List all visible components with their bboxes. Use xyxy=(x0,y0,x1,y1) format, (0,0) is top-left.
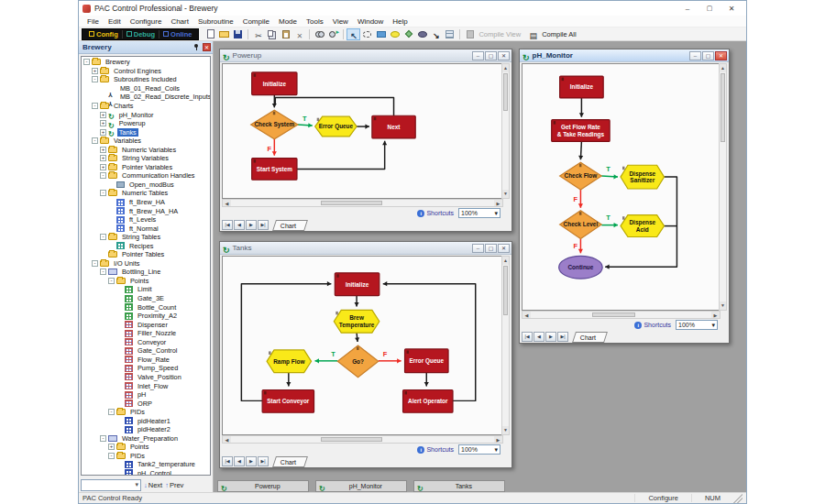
tree-item-subroutines-included[interactable]: -Subroutines Included xyxy=(82,75,210,84)
zoom-select[interactable]: 100%▾ xyxy=(458,444,500,455)
tree-item-pidheater2[interactable]: pidHeater2 xyxy=(82,425,210,434)
menu-window[interactable]: Window xyxy=(353,17,388,26)
tree-item-communication-handles[interactable]: -Communication Handles xyxy=(82,171,210,181)
menu-chart[interactable]: Chart xyxy=(166,17,193,26)
compile-all-button[interactable] xyxy=(526,28,540,40)
horizontal-scrollbar[interactable]: ◀▶ xyxy=(522,311,720,319)
menu-configure[interactable]: Configure xyxy=(126,17,167,26)
nav-first-button[interactable]: |◀ xyxy=(222,220,233,230)
window-minimize-button[interactable]: – xyxy=(689,51,701,60)
open-tool-button[interactable] xyxy=(217,28,231,40)
flow-node-check-level[interactable]: Check Level xyxy=(560,211,602,239)
taskbar-button-tanks[interactable]: Tanks xyxy=(413,480,505,492)
delete-tool-button[interactable] xyxy=(292,28,306,40)
flowchart-canvas[interactable]: TFInitializeCheck SystemError QueueNextS… xyxy=(222,63,503,199)
tree-item-ft-normal[interactable]: ft_Normal xyxy=(82,224,210,233)
scroll-up-icon[interactable]: ▲ xyxy=(502,257,509,265)
flow-node-get-flow-rate-take-readings[interactable]: Get Flow Rate& Take Readings xyxy=(552,120,610,142)
condition-tool-button[interactable] xyxy=(388,28,402,40)
scroll-left-icon[interactable]: ◀ xyxy=(522,312,531,318)
scroll-left-icon[interactable]: ◀ xyxy=(223,200,231,206)
scroll-left-icon[interactable]: ◀ xyxy=(223,436,231,443)
tree-item-tanks[interactable]: +Tanks xyxy=(82,127,210,137)
nav-first-button[interactable]: |◀ xyxy=(522,332,533,342)
flow-node-dispense-acid[interactable]: DispenseAcid xyxy=(621,215,665,237)
find-next-button[interactable]: ↓ Next xyxy=(144,481,162,489)
collapse-minus-icon[interactable]: - xyxy=(108,278,115,284)
window-close-button[interactable]: ✕ xyxy=(715,51,727,60)
taskbar-button-ph-monitor[interactable]: pH_Monitor xyxy=(315,480,407,492)
nav-last-button[interactable]: ▶| xyxy=(557,332,568,342)
scroll-down-icon[interactable]: ▼ xyxy=(502,426,509,434)
scroll-right-icon[interactable]: ▶ xyxy=(711,312,720,318)
tree-item-open-modbus[interactable]: Open_modBus xyxy=(82,181,210,190)
menu-compile[interactable]: Compile xyxy=(238,17,274,26)
paste-tool-button[interactable] xyxy=(279,28,292,40)
horizontal-scroll-thumb[interactable] xyxy=(321,201,382,205)
horizontal-scroll-thumb[interactable] xyxy=(592,312,635,317)
tree-item-brewery[interactable]: -Brewery xyxy=(82,58,210,67)
flow-node-start-system[interactable]: Start System xyxy=(252,159,297,181)
nav-prev-button[interactable]: ◀ xyxy=(234,456,245,466)
online-mode-button[interactable]: Online xyxy=(160,30,195,38)
tree-item-pidheater1[interactable]: pidHeater1 xyxy=(82,416,210,425)
nav-prev-button[interactable]: ◀ xyxy=(534,332,544,342)
tree-item-ft-levels[interactable]: ft_Levels xyxy=(82,215,210,225)
scroll-down-icon[interactable]: ▼ xyxy=(502,190,509,198)
collapse-minus-icon[interactable]: - xyxy=(100,268,106,275)
menu-tools[interactable]: Tools xyxy=(302,17,328,26)
vertical-scroll-thumb[interactable] xyxy=(720,73,725,142)
tree-item-control-engines[interactable]: +Control Engines xyxy=(82,67,210,76)
flow-node-error-queue[interactable]: Error Queue xyxy=(405,349,449,373)
new-tool-button[interactable] xyxy=(204,28,217,40)
tree-item-numeric-variables[interactable]: +Numeric Variables xyxy=(82,145,210,154)
tree-panel-header[interactable]: Brewery ✕ xyxy=(79,41,213,54)
tree-item-mb-01-read-coils[interactable]: MB_01_Read_Coils xyxy=(82,84,210,93)
nav-prev-button[interactable]: ◀ xyxy=(234,220,245,230)
flow-node-ramp-flow[interactable]: Ramp Flow xyxy=(267,350,312,373)
menu-view[interactable]: View xyxy=(328,17,353,26)
select-tool-button[interactable] xyxy=(346,28,360,40)
tree-item-pids[interactable]: -PIDs xyxy=(82,452,210,461)
flow-node-brew-temperature[interactable]: BrewTemperature xyxy=(334,310,379,333)
tree-item-limit[interactable]: Limit xyxy=(82,285,210,294)
window-close-button[interactable]: ✕ xyxy=(498,51,510,60)
tab-chart[interactable]: Chart xyxy=(272,220,308,231)
continue-tool-button[interactable] xyxy=(415,28,429,40)
expand-plus-icon[interactable]: + xyxy=(100,155,106,161)
scroll-track[interactable] xyxy=(720,143,726,301)
vertical-scroll-thumb[interactable] xyxy=(503,266,508,315)
tree-item-inlet-flow[interactable]: Inlet_Flow xyxy=(82,381,210,390)
flow-node-dispense-sanitizer[interactable]: DispenseSanitizer xyxy=(621,165,665,189)
tree-item-ph[interactable]: pH xyxy=(82,390,210,400)
scroll-right-icon[interactable]: ▶ xyxy=(494,436,502,443)
expand-plus-icon[interactable]: + xyxy=(108,444,115,450)
chart-window-titlebar[interactable]: Powerup–▢✕ xyxy=(220,49,512,62)
close-button[interactable]: ✕ xyxy=(720,5,742,13)
scroll-track[interactable] xyxy=(383,200,494,206)
tree-item-water-preparation[interactable]: -Water_Preparation xyxy=(82,434,210,444)
maximize-button[interactable]: ▢ xyxy=(698,5,720,12)
flow-node-check-flow[interactable]: Check Flow xyxy=(560,162,602,190)
debug-mode-button[interactable]: Debug xyxy=(123,30,160,38)
window-maximize-button[interactable]: ▢ xyxy=(485,244,497,253)
expand-plus-icon[interactable]: + xyxy=(100,120,106,126)
vertical-scrollbar[interactable]: ▲▼ xyxy=(501,63,510,199)
collapse-minus-icon[interactable]: - xyxy=(100,234,106,240)
scroll-down-icon[interactable]: ▼ xyxy=(720,301,726,310)
tree-item-filler-nozzle[interactable]: Filler_Nozzle xyxy=(82,329,210,338)
tree-item-bottling-line[interactable]: -Bottling_Line xyxy=(82,268,210,277)
nav-last-button[interactable]: ▶| xyxy=(258,220,269,230)
pin-icon[interactable] xyxy=(193,44,200,51)
tree-item-variables[interactable]: -Variables xyxy=(82,137,210,146)
tree-search-combobox[interactable]: ▾ xyxy=(81,479,141,491)
shortcuts-button[interactable]: iShortcuts xyxy=(417,446,454,454)
tree-item-flow-rate[interactable]: Flow_Rate xyxy=(82,356,210,365)
tree-item-bottle-count[interactable]: Bottle_Count xyxy=(82,302,210,312)
nav-next-button[interactable]: ▶ xyxy=(246,456,257,466)
tree-item-points[interactable]: -Points xyxy=(82,277,210,286)
nav-next-button[interactable]: ▶ xyxy=(246,220,257,230)
flow-node-error-queue[interactable]: Error Queue xyxy=(315,116,357,137)
menu-file[interactable]: File xyxy=(82,17,104,26)
expand-plus-icon[interactable]: + xyxy=(92,68,98,74)
